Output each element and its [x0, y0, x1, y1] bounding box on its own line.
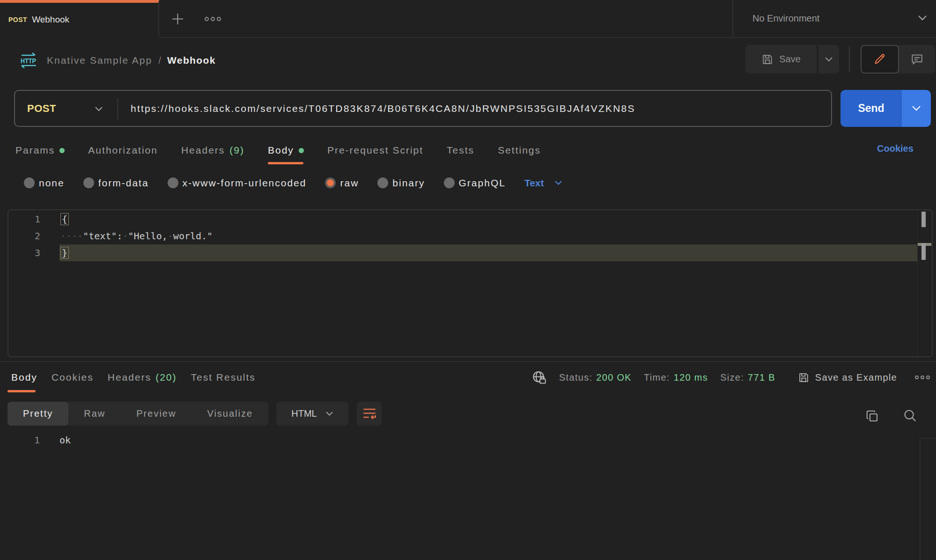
response-line-number: 1	[0, 432, 40, 449]
response-status-row: Status: 200 OK Time: 120 ms Size: 771 B …	[532, 368, 930, 387]
body-type-graphql[interactable]: GraphQL	[444, 177, 506, 189]
view-raw[interactable]: Raw	[68, 402, 121, 426]
tab-pre-request-label: Pre-request Script	[327, 145, 423, 156]
cookies-link[interactable]: Cookies	[877, 143, 914, 154]
network-status-icon[interactable]	[532, 370, 547, 385]
tab-tests-label: Tests	[447, 145, 474, 156]
view-preview[interactable]: Preview	[121, 402, 192, 426]
line-number-2: 2	[8, 228, 40, 244]
send-button[interactable]: Send	[840, 90, 902, 127]
raw-format-selector[interactable]: Text	[524, 177, 562, 189]
body-type-urlencoded-label: x-www-form-urlencoded	[183, 177, 307, 189]
environment-label: No Environment	[752, 13, 819, 24]
save-example-icon	[798, 372, 810, 383]
environment-selector[interactable]: No Environment	[752, 0, 819, 37]
environment-chevron-icon[interactable]	[918, 15, 927, 21]
breadcrumb-collection[interactable]: Knative Sample App	[47, 55, 152, 66]
url-divider	[118, 98, 118, 119]
open-brace: {	[60, 213, 69, 225]
tab-params-label: Params	[15, 145, 55, 156]
status-value[interactable]: 200 OK	[596, 372, 632, 383]
save-example-label: Save as Example	[815, 372, 897, 383]
body-type-raw[interactable]: raw	[325, 177, 359, 189]
response-tab-test-results[interactable]: Test Results	[191, 372, 256, 383]
body-type-x-www-form-urlencoded[interactable]: x-www-form-urlencoded	[168, 177, 307, 189]
status-label: Status:	[559, 372, 592, 383]
status-pair: Status: 200 OK	[559, 372, 632, 383]
view-pretty[interactable]: Pretty	[7, 402, 68, 426]
body-type-raw-label: raw	[340, 177, 359, 189]
view-visualize[interactable]: Visualize	[192, 402, 268, 426]
tab-tests[interactable]: Tests	[447, 145, 474, 156]
radio-graphql[interactable]	[444, 177, 455, 188]
body-type-none[interactable]: none	[24, 177, 65, 189]
body-type-form-data-label: form-data	[98, 177, 149, 189]
save-options-button[interactable]	[818, 45, 839, 74]
response-options-icon[interactable]	[915, 376, 930, 379]
active-tab-underline	[268, 162, 303, 164]
edit-request-button[interactable]	[861, 45, 899, 74]
body-type-row: none form-data x-www-form-urlencoded raw…	[24, 177, 562, 189]
response-headers-count: (20)	[155, 372, 177, 383]
breadcrumb-request-name[interactable]: Webhook	[167, 55, 216, 66]
time-pair: Time: 120 ms	[644, 372, 708, 383]
body-type-binary[interactable]: binary	[377, 177, 425, 189]
response-tab-cookies[interactable]: Cookies	[52, 372, 94, 383]
tab-settings[interactable]: Settings	[498, 145, 541, 156]
body-type-graphql-label: GraphQL	[459, 177, 506, 189]
response-format-label: HTML	[291, 408, 317, 419]
tab-authorization[interactable]: Authorization	[88, 145, 158, 156]
scrollbar-mark-top[interactable]	[921, 212, 926, 227]
format-chevron-icon	[554, 180, 562, 185]
request-body-editor[interactable]: 1 { 2 ····"text":·"Hello,·world." 3 }	[7, 209, 933, 357]
request-tabs: Params Authorization Headers (9) Body Pr…	[15, 140, 541, 161]
save-icon	[761, 53, 774, 66]
radio-urlencoded[interactable]	[168, 177, 178, 188]
save-button[interactable]: Save	[745, 45, 817, 74]
editor-line-1: 1 {	[8, 211, 932, 228]
tab-body[interactable]: Body	[268, 145, 304, 156]
response-format-dropdown[interactable]: HTML	[276, 402, 348, 426]
copy-response-button[interactable]	[865, 409, 879, 425]
response-tab-body[interactable]: Body	[11, 372, 37, 383]
request-side-tools	[861, 45, 935, 74]
tab-pre-request-script[interactable]: Pre-request Script	[327, 145, 423, 156]
radio-none[interactable]	[24, 177, 35, 188]
response-tab-body-label: Body	[11, 372, 37, 383]
svg-text:HTTP: HTTP	[21, 57, 36, 65]
scrollbar-mark-cursor[interactable]	[921, 243, 926, 260]
tab-title: Webhook	[32, 15, 69, 25]
line-number-1: 1	[8, 211, 40, 228]
size-value[interactable]: 771 B	[748, 372, 775, 383]
new-tab-icon[interactable]	[171, 13, 184, 25]
tab-options-icon[interactable]	[205, 17, 221, 21]
radio-binary[interactable]	[377, 177, 388, 188]
response-scrollbar-track[interactable]	[920, 438, 936, 560]
radio-raw[interactable]	[325, 177, 336, 188]
send-options-button[interactable]	[902, 90, 931, 127]
tab-headers-count: (9)	[229, 145, 244, 156]
http-request-icon: HTTP	[20, 52, 37, 68]
response-tab-cookies-label: Cookies	[52, 372, 94, 383]
tab-headers[interactable]: Headers (9)	[181, 145, 244, 156]
response-tab-headers-label: Headers	[108, 372, 151, 383]
tab-strip-border	[159, 37, 936, 38]
comments-button[interactable]	[899, 45, 936, 74]
wrap-lines-button[interactable]	[357, 402, 382, 426]
request-tab[interactable]: POST Webhook	[0, 0, 159, 37]
body-type-form-data[interactable]: form-data	[83, 177, 149, 189]
url-input[interactable]: https://hooks.slack.com/services/T06TD83…	[131, 91, 635, 126]
tab-params[interactable]: Params	[15, 145, 65, 156]
radio-form-data[interactable]	[83, 177, 94, 188]
response-active-tab-underline	[7, 390, 36, 392]
response-format-chevron-icon	[325, 411, 333, 416]
method-selector[interactable]: POST	[27, 103, 56, 115]
env-divider	[732, 0, 733, 37]
search-response-button[interactable]	[903, 408, 917, 425]
time-value[interactable]: 120 ms	[674, 372, 708, 383]
line-number-3: 3	[8, 244, 40, 261]
response-tab-headers[interactable]: Headers (20)	[108, 372, 177, 383]
close-brace: }	[60, 247, 69, 259]
save-as-example-button[interactable]: Save as Example	[798, 372, 897, 383]
method-chevron-icon[interactable]	[95, 106, 103, 112]
